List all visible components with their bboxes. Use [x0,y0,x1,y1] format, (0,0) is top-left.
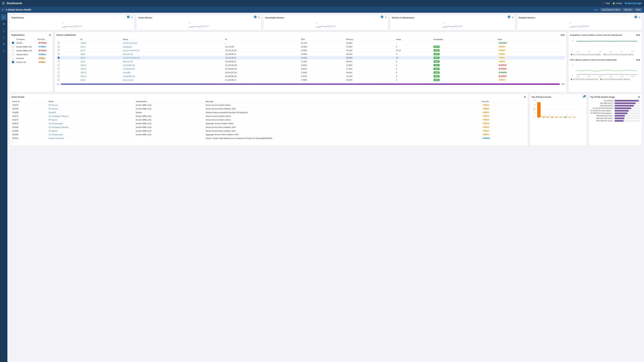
lb-id-link[interactable]: 1871-0 [80,68,86,70]
lb-radio[interactable] [56,45,80,49]
lb-radio[interactable] [56,71,80,74]
lb-id-link[interactable]: 1949-0 [80,42,86,44]
radio-button[interactable] [58,75,60,77]
sidebar-icon-devices[interactable]: ▢ [1,34,7,40]
lb-radio[interactable] [56,78,80,82]
leaderboard-row[interactable]: 1949-0 ip-172-31-45-162 – 32.72% 22.68% … [56,41,565,45]
print-button[interactable]: Print [634,8,642,11]
ev-name-link[interactable]: DemoRP [49,111,56,113]
sidebar-icon-network[interactable]: ⊙ [1,48,7,54]
sidebar-icon-alerts[interactable]: △ [1,27,7,33]
org-row[interactable]: ✓ System Critical [11,41,51,45]
ev-name-link[interactable]: SL1 Message Collectors [49,126,68,128]
avail-filter-icon[interactable]: ⚙ [636,34,638,36]
lb-name-link[interactable]: 10.128.88.152 [123,68,135,70]
metric-filter-0[interactable]: ⚙ [131,16,133,18]
org-check-box[interactable] [12,57,14,59]
lb-id-link[interactable]: 159-0 [80,53,85,55]
filesys-filter-icon[interactable]: ⚙ [638,96,640,98]
lb-name-link[interactable]: ip-172-31-45-162 [123,42,137,44]
cpu-filter-icon[interactable]: ⚙ [636,58,638,61]
ev-name-link[interactable]: RP Agents [49,119,57,121]
help-button[interactable]: ❓ Help [602,2,610,4]
event-row[interactable]: 915076 SL1 Restorepoint Dunder Mifflin (… [11,122,526,125]
org-row[interactable]: Earleville Major [11,56,51,60]
org-check-box[interactable] [12,45,14,48]
radio-button[interactable] [58,45,60,48]
sidebar-icon-dashboards[interactable]: ⊞ [1,21,7,27]
radio-button[interactable] [58,64,60,66]
filter-button[interactable]: Filter (0) [622,8,633,11]
leaderboard-row[interactable]: 160-0 demo-mc-01 10.128.88.15 1.780% 56.… [56,78,565,82]
ev-name-link[interactable]: RP Agents [49,130,57,132]
ev-name-link[interactable]: SL1 Restorepoint [49,122,63,124]
org-row[interactable]: ✓ Nutanix Lab Major [11,60,51,64]
leaderboard-row[interactable]: 161-0 demo-dc-01 10.128.88.13 11.24% 45.… [56,60,565,63]
leaderboard-row[interactable]: 818-0 ip-172-31-43-52.ec2 172.31.43.52 1… [56,56,565,60]
radio-button[interactable] [58,49,60,51]
event-row[interactable]: 915071 RP Agents Dunder Mifflin (US) Dev… [11,118,526,122]
org-check-box[interactable]: ✓ [12,42,14,44]
metric-filter-3[interactable]: ⚙ [512,16,514,18]
leaderboard-row[interactable]: 1697-0 ahvcol02 10.54.103.115 2.318% 58.… [56,71,565,74]
lb-name-link[interactable]: 10.128.88.153 [123,64,135,66]
ev-name-link[interactable]: SL1 Restorepoint [49,134,63,136]
metric-filter-2[interactable]: ⚙ [385,16,387,18]
radio-button[interactable] [58,68,60,70]
radio-button[interactable] [58,57,60,59]
org-check-box[interactable] [12,49,14,52]
ev-name-link[interactable]: RP Servers [49,108,58,110]
ev-name-link[interactable]: Docker root device [49,137,64,139]
events-filter-icon[interactable]: ⚙ [524,96,526,98]
lb-id-link[interactable]: 160-0 [80,79,85,81]
event-row[interactable]: 138778 RP Servers Dunder Mifflin (US) De… [11,103,526,107]
lb-name-link[interactable]: demo-mc-01 [123,79,134,81]
org-check-box[interactable] [12,53,14,55]
radio-button[interactable] [58,42,60,44]
org-checkbox[interactable] [11,49,16,52]
avail-grid-icon[interactable]: ⊞ [638,34,640,36]
radio-button[interactable] [58,53,60,55]
lb-radio[interactable] [56,49,80,52]
lb-radio[interactable] [56,63,80,67]
lb-id-link[interactable]: 161-0 [80,60,85,62]
time-range-button[interactable]: Last 3 Hours To Now [600,8,621,11]
lb-name-link[interactable]: demo-dc-02 [123,53,133,55]
event-row[interactable]: 915099 SL1 Restorepoint Dunder Mifflin (… [11,133,526,136]
radio-button[interactable] [58,79,60,81]
org-checkbox[interactable] [11,56,16,60]
sidebar-icon-more[interactable]: ⋯ [1,355,7,361]
org-row[interactable]: Dunder Mifflin (US) Critical [11,49,51,52]
leaderboard-row[interactable]: 159-0 demo-dc-02 10.128.88.14 11.85% 46.… [56,52,565,56]
org-checkbox[interactable]: ✓ [11,41,16,45]
ev-name-link[interactable]: SL1 Message Collectors [49,115,68,117]
leaderboard-grid-icon[interactable]: ⊞ [563,34,565,36]
org-filter-icon[interactable]: ⚙ [49,34,51,36]
leaderboard-row[interactable]: 1872-0 10.128.88.151 10.128.88.151 1.974… [56,74,565,78]
event-row[interactable]: 915094 RP Agents Dunder Mifflin (US) Dev… [11,129,526,133]
leaderboard-filter-icon[interactable]: ⚙ [560,34,563,36]
lb-name-link[interactable]: ip-172-31-40-247.ec [123,49,140,51]
event-row[interactable]: 233608 DemoRP System Network latency exc… [11,111,526,114]
event-row[interactable]: 138780 RP Servers Dunder Mifflin (US) De… [11,107,526,111]
leaderboard-row[interactable]: 1871-0 10.128.88.152 10.128.88.152 3.055… [56,67,565,71]
lb-name-link[interactable]: ip-172-31-43-52.ec2 [123,57,140,59]
event-row[interactable]: 927841 Docker root device Docker: Leader… [11,136,526,140]
lb-id-link[interactable]: 1873-0 [80,64,86,66]
sidebar-icon-apps[interactable]: ⊕ [1,41,7,47]
lb-id-link[interactable]: 1697-0 [80,71,86,73]
event-row[interactable]: 915083 SL1 Message Collectors Dunder Mif… [11,125,526,129]
lb-radio[interactable] [56,56,80,60]
lb-id-link[interactable]: 819-0 [80,46,85,48]
leaderboard-row[interactable]: 1873-0 10.128.88.153 10.128.88.153 3.203… [56,63,565,67]
sidebar-icon-home[interactable]: ⌂ [1,14,7,20]
metric-filter-4[interactable]: ⚙ [639,16,640,18]
lb-name-link[interactable]: 10.128.88.151 [123,75,135,77]
lb-radio[interactable] [56,41,80,45]
lb-id-link[interactable]: 817-0 [80,49,85,51]
org-row[interactable]: Industry Alerts Notice [11,52,51,56]
org-checkbox[interactable]: ✓ [11,60,16,64]
lb-name-link[interactable]: ahvcol02 [123,71,130,73]
ev-name-link[interactable]: RP Servers [49,104,58,106]
lb-id-link[interactable]: 1872-0 [80,75,86,77]
